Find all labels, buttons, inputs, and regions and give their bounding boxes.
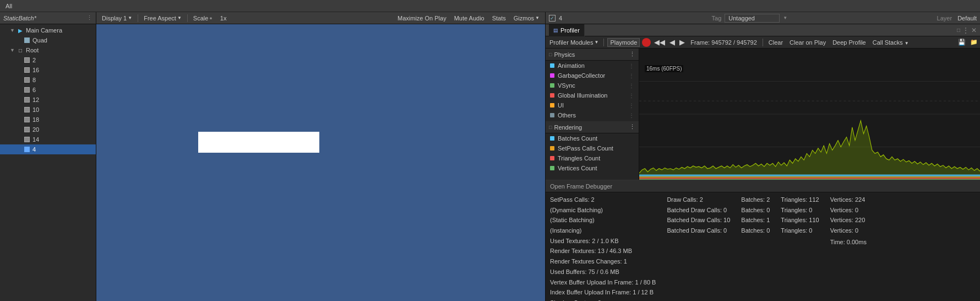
gameobj-icon: □ — [17, 46, 24, 54]
stats-row-1: SetPass Calls: 2 (Dynamic Batching) (Sta… — [550, 195, 976, 301]
profiler-modules-list: □ Physics ⋮ Animation ⋮ GarbageCollector… — [546, 49, 639, 180]
mesh-icon — [23, 146, 31, 153]
stat-item: Batches: 0 — [741, 205, 770, 216]
list-item[interactable]: UI ⋮ — [546, 100, 639, 110]
hierarchy-tree: ▼ ▶ Main Camera Quad ▼ □ Root 2 — [0, 24, 96, 301]
list-item[interactable]: 10 — [0, 105, 96, 115]
batches-label: Batches Count — [558, 135, 597, 142]
prev-frame-button[interactable]: ◀ — [668, 38, 676, 46]
mesh-icon — [23, 76, 31, 84]
stat-item: Triangles: 112 — [781, 195, 819, 205]
stat-item: Batched Draw Calls: 10 — [667, 215, 730, 225]
list-item[interactable]: 18 — [0, 115, 96, 125]
chevron-down-icon: ▼ — [177, 15, 182, 20]
physics-label: Physics — [554, 51, 575, 58]
separator — [187, 14, 188, 22]
save-icon[interactable]: 💾 — [958, 39, 966, 46]
chevron-down-icon: ▼ — [905, 41, 909, 46]
tag-dropdown[interactable]: Untagged — [725, 14, 780, 23]
menu-icon[interactable]: ⋮ — [629, 73, 634, 79]
separator — [138, 14, 138, 22]
vertices-label: Vertices Count — [558, 165, 597, 171]
active-checkbox[interactable]: ✓ — [549, 15, 556, 22]
physics-section-header[interactable]: □ Physics ⋮ — [546, 49, 639, 61]
mesh-icon — [23, 36, 31, 44]
menu-icon[interactable]: ⋮ — [629, 103, 634, 109]
next-frame-button[interactable]: ▶ — [678, 38, 686, 46]
mesh-icon — [23, 116, 31, 123]
tree-item-root[interactable]: ▼ □ Root — [0, 45, 96, 55]
playmode-dropdown[interactable]: Playmode — [607, 38, 640, 47]
stat-item: Vertex Buffer Upload In Frame: 1 / 80 B — [550, 277, 656, 288]
list-item[interactable]: Global Illumination ⋮ — [546, 90, 639, 100]
mute-audio-button[interactable]: Mute Audio — [452, 15, 487, 22]
rendering-section-header[interactable]: □ Rendering ⋮ — [546, 121, 639, 133]
list-item[interactable]: 8 — [0, 75, 96, 85]
profiler-modules-dropdown[interactable]: Profiler Modules ▼ — [548, 39, 600, 46]
list-item-selected[interactable]: 4 — [0, 144, 96, 154]
all-button[interactable]: All — [3, 3, 14, 9]
stats-col-3: Batches: 2 Batches: 0 Batches: 1 Batches… — [741, 195, 770, 301]
menu-icon[interactable]: ⋮ — [629, 93, 634, 99]
profiler-chart: 16ms (60FPS) — [639, 49, 980, 180]
stat-item: Shadow Casters: 0 — [550, 298, 656, 301]
fps-label: 16ms (60FPS) — [645, 65, 683, 72]
menu-icon[interactable]: ⋮ — [629, 123, 635, 131]
clear-button[interactable]: Clear — [766, 39, 785, 46]
call-stacks-button[interactable]: Call Stacks ▼ — [870, 39, 911, 46]
profiler-content: □ Physics ⋮ Animation ⋮ GarbageCollector… — [546, 49, 980, 180]
tree-item-label: Root — [26, 47, 39, 53]
list-item[interactable]: SetPass Calls Count — [546, 143, 639, 153]
batches-color-dot — [550, 136, 554, 141]
chevron-down-icon: ▼ — [535, 15, 540, 20]
record-button[interactable] — [642, 38, 651, 47]
stats-button[interactable]: Stats — [490, 15, 508, 22]
ui-label: UI — [558, 102, 564, 109]
stat-item: Used Buffers: 75 / 0.6 MB — [550, 267, 656, 277]
deep-profile-button[interactable]: Deep Profile — [830, 39, 868, 46]
menu-icon[interactable]: ⋮ — [629, 51, 635, 58]
list-item[interactable]: VSync ⋮ — [546, 80, 639, 90]
arrow-icon: ▼ — [10, 28, 17, 33]
tree-item-main-camera[interactable]: ▼ ▶ Main Camera — [0, 25, 96, 35]
list-item[interactable]: 2 — [0, 55, 96, 65]
tree-item-quad[interactable]: Quad — [0, 35, 96, 45]
menu-icon[interactable]: ⋮ — [629, 63, 634, 69]
list-item[interactable]: 16 — [0, 65, 96, 75]
tab-profiler[interactable]: ▤ Profiler — [549, 24, 585, 36]
list-item[interactable]: Batches Count — [546, 133, 639, 143]
list-item[interactable]: Vertices Count — [546, 163, 639, 173]
setpass-label: SetPass Calls Count — [558, 145, 613, 152]
stats-header[interactable]: Open Frame Debugger — [546, 180, 980, 192]
menu-icon[interactable]: ⋮ — [629, 83, 634, 89]
list-item[interactable]: 12 — [0, 95, 96, 105]
hierarchy-menu-icon[interactable]: ⋮ — [86, 14, 92, 22]
list-item[interactable]: 14 — [0, 135, 96, 144]
vertices-color-dot — [550, 166, 554, 170]
gizmos-button[interactable]: Gizmos ▼ — [511, 15, 542, 22]
list-item[interactable]: 20 — [0, 125, 96, 135]
frame-info: Frame: 945792 / 945792 — [690, 39, 756, 46]
list-item[interactable]: GarbageCollector ⋮ — [546, 71, 639, 80]
load-icon[interactable]: 📁 — [970, 39, 978, 46]
list-item[interactable]: 6 — [0, 85, 96, 95]
layer-label: Layer — [937, 15, 952, 22]
svg-rect-6 — [639, 174, 980, 176]
menu-icon[interactable]: ⋮ — [629, 112, 634, 119]
collapse-icon[interactable]: □ — [957, 27, 960, 33]
main-layout: StaticBatch* ⋮ ▼ ▶ Main Camera Quad ▼ □ … — [0, 12, 980, 301]
aspect-button[interactable]: Free Aspect ▼ — [141, 15, 184, 22]
stats-col-4: Triangles: 112 Triangles: 0 Triangles: 1… — [781, 195, 819, 301]
camera-icon: ▶ — [17, 26, 24, 34]
maximize-on-play-button[interactable]: Maximize On Play — [395, 15, 449, 22]
close-icon[interactable]: ✕ — [971, 26, 977, 34]
go-to-start-button[interactable]: ◀◀ — [653, 38, 666, 46]
more-icon[interactable]: ⋮ — [962, 26, 969, 34]
display-button[interactable]: Display 1 ▼ — [100, 15, 134, 22]
clear-on-play-button[interactable]: Clear on Play — [787, 39, 828, 46]
game-view: Display 1 ▼ Free Aspect ▼ Scale ● 1x Max… — [96, 12, 545, 301]
arrow-icon: ▼ — [10, 47, 17, 53]
list-item[interactable]: Animation ⋮ — [546, 61, 639, 71]
list-item[interactable]: Triangles Count — [546, 153, 639, 163]
list-item[interactable]: Others ⋮ — [546, 110, 639, 120]
